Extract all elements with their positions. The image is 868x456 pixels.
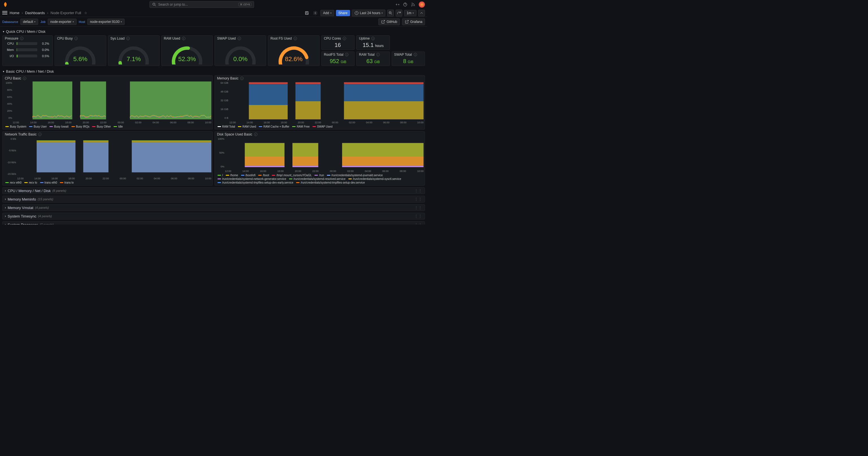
news-icon[interactable] [411, 2, 415, 7]
svg-rect-33 [292, 143, 318, 156]
help-icon[interactable] [403, 2, 407, 7]
legend-item[interactable]: /run/credentials/systemd-network-generat… [218, 177, 286, 180]
legend-item[interactable]: RAM Total [218, 125, 235, 128]
svg-rect-32 [245, 166, 284, 167]
settings-icon[interactable] [312, 10, 319, 17]
legend-item[interactable]: /boot [258, 174, 269, 177]
legend-item[interactable]: SWAP Used [312, 125, 333, 128]
github-link[interactable]: GitHub [378, 19, 400, 25]
info-icon[interactable]: i [23, 77, 26, 80]
collapsed-section[interactable]: › System Timesync (4 panels) ⋮⋮ [2, 213, 425, 220]
grafana-link[interactable]: Grafana [402, 19, 425, 25]
legend-item[interactable]: Idle [114, 125, 123, 128]
legend-item[interactable]: /run/credentials/systemd-resolved.servic… [289, 177, 346, 180]
save-dashboard-icon[interactable] [304, 10, 310, 17]
legend-item[interactable]: recv lo [24, 181, 37, 184]
panel-title: Pressure [5, 36, 19, 40]
refresh-icon[interactable] [396, 10, 402, 17]
info-icon[interactable]: i [343, 37, 346, 40]
breadcrumb-dashboards[interactable]: Dashboards [25, 11, 45, 15]
panel-title: SWAP Used [217, 36, 236, 40]
collapsed-section[interactable]: › Memory Meminfo (15 panels) ⋮⋮ [2, 196, 425, 203]
drag-handle-icon[interactable]: ⋮⋮ [414, 214, 423, 218]
info-icon[interactable]: i [254, 133, 257, 136]
legend-item[interactable]: Busy Other [92, 125, 111, 128]
zoom-out-icon[interactable] [387, 10, 394, 17]
legend-item[interactable]: Busy Iowait [50, 125, 68, 128]
legend-item[interactable]: trans eth0 [40, 181, 57, 184]
panel-title: Root FS Used [270, 36, 291, 40]
breadcrumb-home[interactable]: Home [10, 11, 20, 15]
svg-rect-36 [342, 143, 424, 156]
legend-item[interactable]: RAM Used [238, 125, 256, 128]
share-button[interactable]: Share [336, 10, 350, 16]
info-icon[interactable]: i [74, 37, 78, 40]
var-job-select[interactable]: node-exporter▾ [48, 19, 76, 25]
collapsed-section[interactable]: › CPU / Memory / Net / Disk (8 panels) ⋮… [2, 187, 425, 194]
legend-item[interactable]: /home [226, 174, 238, 177]
legend-item[interactable]: /run/credentials/systemd-sysctl.service [348, 177, 401, 180]
grafana-logo[interactable] [2, 1, 8, 8]
collapsed-section[interactable]: › Memory Vmstat (4 panels) ⋮⋮ [2, 204, 425, 211]
legend-item[interactable]: Busy System [5, 125, 26, 128]
drag-handle-icon[interactable]: ⋮⋮ [414, 223, 423, 225]
drag-handle-icon[interactable]: ⋮⋮ [414, 197, 423, 201]
var-datasource-select[interactable]: default▾ [20, 19, 38, 25]
info-icon[interactable]: i [38, 133, 41, 136]
info-icon[interactable]: i [376, 53, 380, 56]
chart-x-axis: 12:0014:0016:0018:0020:0022:0000:0002:00… [225, 170, 424, 173]
panel-title: RootFS Total [324, 53, 343, 57]
chevron-down-icon: ▾ [3, 70, 4, 73]
star-icon[interactable]: ☆ [83, 11, 88, 15]
info-icon[interactable]: i [20, 37, 24, 40]
kiosk-icon[interactable] [418, 10, 425, 17]
time-range-picker[interactable]: Last 24 hours▾ [352, 10, 386, 17]
add-button[interactable]: Add▾ [320, 10, 334, 16]
legend-item[interactable]: recv eth0 [5, 181, 22, 184]
drag-handle-icon[interactable]: ⋮⋮ [414, 206, 423, 209]
legend-item[interactable]: /run/credentials/systemd-tmpfiles-setup-… [218, 181, 293, 184]
legend-item[interactable]: /run/credentials/systemd-journald.servic… [327, 174, 383, 177]
info-icon[interactable]: i [293, 37, 297, 40]
info-icon[interactable]: i [182, 37, 185, 40]
user-avatar[interactable] [419, 1, 425, 8]
legend-item[interactable]: RAM Free [292, 125, 310, 128]
breadcrumb-page[interactable]: Node Exporter Full [51, 11, 81, 15]
chart-x-axis: 12:0014:0016:0018:0020:0022:0000:0002:00… [229, 121, 424, 124]
info-icon[interactable]: i [414, 53, 417, 56]
legend-item[interactable]: / [218, 174, 223, 177]
var-host-select[interactable]: node-exporter:9100▾ [87, 19, 125, 25]
info-icon[interactable]: i [240, 77, 244, 80]
chart-y-axis: 100%80%60%40%20%0% [3, 82, 12, 119]
legend-item[interactable]: /tmp/.mount_cursoruYOaGL [272, 174, 312, 177]
info-icon[interactable]: i [371, 37, 375, 40]
section-quick[interactable]: ▾ Quick CPU / Mem / Disk [2, 28, 425, 35]
chart-plot[interactable] [229, 82, 424, 119]
menu-toggle[interactable] [2, 11, 7, 15]
legend-item[interactable]: /run [314, 174, 324, 177]
chevron-right-icon: › [5, 214, 6, 218]
legend-item[interactable]: /boot/efi [241, 174, 256, 177]
chart-plot[interactable] [17, 138, 211, 175]
svg-rect-21 [37, 142, 75, 172]
pressure-label: CPU [6, 42, 14, 45]
svg-rect-15 [296, 82, 321, 84]
chart-plot[interactable] [13, 82, 211, 119]
refresh-interval-picker[interactable]: 1m▾ [404, 10, 416, 16]
legend-item[interactable]: /run/credentials/systemd-tmpfiles-setup-… [296, 181, 365, 184]
svg-rect-30 [245, 143, 284, 156]
search-input[interactable]: Search or jump to... ⌘ ctrl+k [150, 1, 254, 8]
drag-handle-icon[interactable]: ⋮⋮ [414, 189, 423, 193]
collapsed-section[interactable]: › System Processes (7 panels) ⋮⋮ [2, 221, 425, 225]
pressure-value: 0.0% [40, 48, 49, 52]
legend-item[interactable]: Busy IRQs [71, 125, 90, 128]
legend-item[interactable]: trans lo [60, 181, 74, 184]
info-icon[interactable]: i [238, 37, 241, 40]
info-icon[interactable]: i [345, 53, 348, 56]
info-icon[interactable]: i [126, 37, 130, 40]
chart-plot[interactable] [225, 138, 424, 168]
add-menu-icon[interactable]: ▾ [395, 2, 400, 7]
section-basic[interactable]: ▾ Basic CPU / Mem / Net / Disk [2, 67, 425, 75]
legend-item[interactable]: Busy User [29, 125, 46, 128]
legend-item[interactable]: RAM Cache + Buffer [259, 125, 289, 128]
